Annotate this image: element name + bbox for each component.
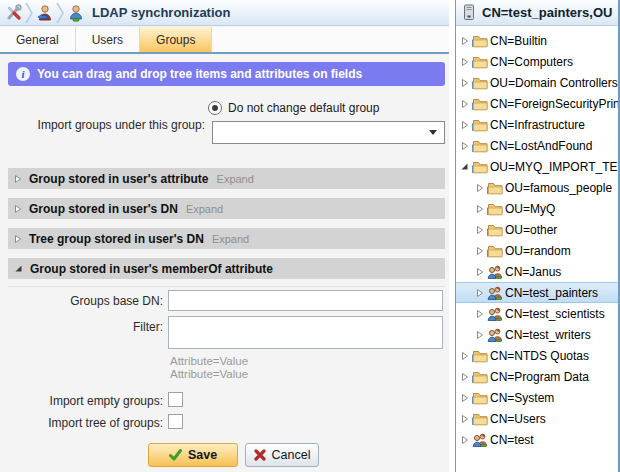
tree-item[interactable]: CN=Users [456,408,618,429]
expand-link[interactable]: Expand [217,173,254,185]
group-icon [486,307,503,321]
group-icon [471,433,488,447]
tree-item[interactable]: CN=Janus [456,261,618,282]
tab-groups[interactable]: Groups [140,27,212,52]
cancel-button-label: Cancel [272,448,311,462]
tab-users[interactable]: Users [76,27,140,52]
tab-general[interactable]: General [0,27,76,52]
tree-item-label: OU=MYQ_IMPORT_TEST [490,160,618,174]
collapsed-arrow-icon[interactable] [459,141,470,151]
import-tree-of-groups-checkbox[interactable] [168,414,183,429]
section-title: Group stored in user's DN [29,202,178,216]
collapsed-arrow-icon[interactable] [474,225,485,235]
collapsed-arrow-icon[interactable] [459,78,470,88]
group-icon [486,265,503,279]
tree-item-label: CN=Janus [505,265,561,279]
default-group-radio-label: Do not change default group [228,101,379,115]
tree-item[interactable]: CN=test_painters [456,282,618,303]
collapsed-arrow-icon[interactable] [459,351,470,361]
folder-icon [486,223,503,237]
tree-item[interactable]: OU=MyQ [456,198,618,219]
tree-item[interactable]: CN=test_scientists [456,303,618,324]
divider [8,286,445,287]
default-group-radio[interactable] [208,101,222,115]
collapsed-arrow-icon[interactable] [474,330,485,340]
user-icon [66,3,86,23]
tree-item[interactable]: OU=MYQ_IMPORT_TEST [456,156,618,177]
section-group-attribute[interactable]: Group stored in user's attribute Expand [8,168,445,189]
collapsed-arrow-icon[interactable] [474,246,485,256]
groups-base-dn-input[interactable] [168,290,443,311]
tree-item[interactable]: CN=Program Data [456,366,618,387]
folder-icon [471,34,488,48]
info-banner: i You can drag and drop tree items and a… [8,62,445,86]
tree-panel-title: CN=test_painters,OU [482,5,612,20]
import-group-combobox[interactable] [212,121,445,144]
tree-item-label: CN=LostAndFound [490,139,592,153]
collapsed-arrow-icon[interactable] [474,204,485,214]
default-group-radio-row[interactable]: Do not change default group [208,101,379,115]
tab-bar: General Users Groups [0,27,449,54]
collapsed-arrow-icon[interactable] [474,267,485,277]
collapsed-arrow-icon[interactable] [474,183,485,193]
collapsed-arrow-icon[interactable] [459,36,470,46]
tree-item-label: CN=NTDS Quotas [490,349,589,363]
tree-item-label: CN=test_painters [505,286,598,300]
expand-link[interactable]: Expand [186,203,223,215]
tree-item[interactable]: CN=Computers [456,51,618,72]
import-empty-groups-checkbox[interactable] [168,392,183,407]
folder-icon [471,139,488,153]
user-sync-icon[interactable] [35,3,55,23]
collapsed-arrow-icon[interactable] [459,120,470,130]
section-member-of[interactable]: Group stored in user's memberOf attribut… [8,258,445,279]
tree-item-label: CN=System [490,391,554,405]
tree-item[interactable]: CN=Builtin [456,30,618,51]
tree-item-label: OU=random [505,244,571,258]
tree-item[interactable]: CN=LostAndFound [456,135,618,156]
tree-item-label: CN=test [490,433,534,447]
tree-item-label: CN=Users [490,412,546,426]
collapsed-arrow-icon[interactable] [459,414,470,424]
collapsed-arrow-icon [14,234,22,244]
section-title: Group stored in user's memberOf attribut… [30,262,273,276]
tree-item[interactable]: OU=other [456,219,618,240]
tree-item[interactable]: CN=Infrastructure [456,114,618,135]
filter-hints: Attribute=Value Attribute=Value [170,355,248,381]
tree-header: CN=test_painters,OU [456,0,618,26]
folder-icon [471,391,488,405]
collapsed-arrow-icon[interactable] [474,309,485,319]
tree-item[interactable]: CN=test_writers [456,324,618,345]
save-button[interactable]: Save [148,443,238,467]
filter-textarea[interactable] [168,316,443,349]
tree-item[interactable]: CN=System [456,387,618,408]
filter-hint-line: Attribute=Value [170,368,248,381]
tools-icon[interactable] [4,3,24,23]
tree-item[interactable]: CN=NTDS Quotas [456,345,618,366]
cancel-button[interactable]: Cancel [245,443,319,467]
section-group-dn[interactable]: Group stored in user's DN Expand [8,198,445,219]
import-tree-of-groups-label: Import tree of groups: [0,416,163,430]
section-title: Tree group stored in user's DN [29,232,204,246]
collapsed-arrow-icon[interactable] [459,99,470,109]
collapsed-arrow-icon[interactable] [474,288,485,298]
collapsed-arrow-icon[interactable] [459,57,470,67]
expand-link[interactable]: Expand [212,233,249,245]
collapsed-arrow-icon[interactable] [459,372,470,382]
expanded-arrow-icon[interactable] [459,162,470,171]
collapsed-arrow-icon[interactable] [459,435,470,445]
tree-item-label: OU=Domain Controllers [490,76,618,90]
tree-item[interactable]: OU=Domain Controllers [456,72,618,93]
tree-item[interactable]: OU=famous_people [456,177,618,198]
group-icon [486,328,503,342]
collapsed-arrow-icon[interactable] [459,393,470,403]
import-empty-groups-label: Import empty groups: [0,394,163,408]
tree-item[interactable]: OU=random [456,240,618,261]
tree-item-label: OU=other [505,223,557,237]
section-tree-group-dn[interactable]: Tree group stored in user's DN Expand [8,228,445,249]
group-icon [486,286,503,300]
folder-icon [486,202,503,216]
groups-base-dn-label: Groups base DN: [0,294,163,308]
server-icon [462,4,476,21]
tree-item[interactable]: CN=ForeignSecurityPrin [456,93,618,114]
tree-item[interactable]: CN=test [456,429,618,450]
